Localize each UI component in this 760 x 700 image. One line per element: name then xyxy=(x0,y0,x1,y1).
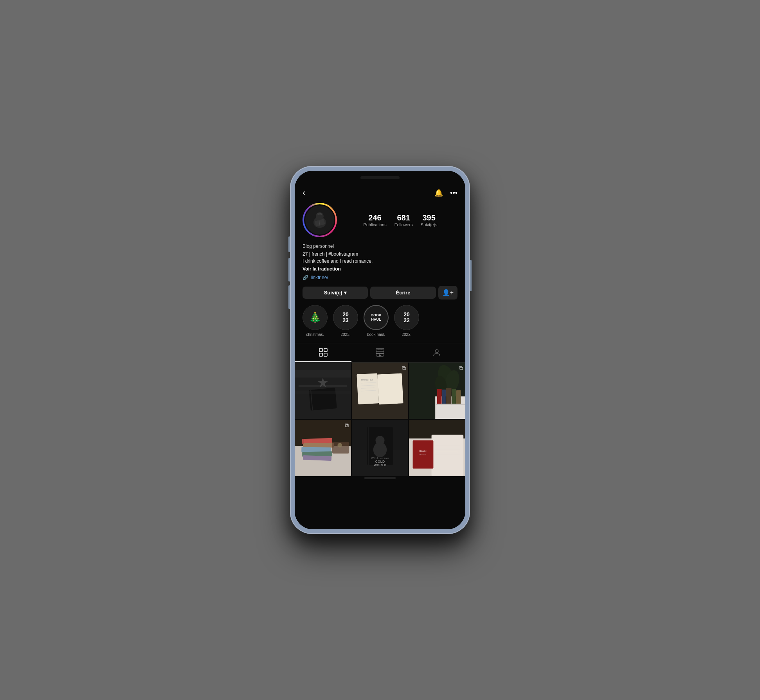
svg-rect-39 xyxy=(437,389,442,404)
photo-1-image xyxy=(295,363,351,419)
back-button[interactable]: ‹ xyxy=(303,188,305,198)
svg-rect-19 xyxy=(299,385,348,387)
mute-button xyxy=(288,236,290,252)
avatar-wrapper[interactable]: MIG xyxy=(303,203,337,237)
highlight-christmas[interactable]: 🎄 christmas. xyxy=(303,305,328,337)
photo-4-image xyxy=(295,420,351,476)
avatar-image: MIG xyxy=(307,207,332,233)
stats-row: 246 Publications 681 Followers 395 Suivi… xyxy=(343,213,457,227)
grid-icon xyxy=(319,348,328,357)
tagged-icon xyxy=(432,348,441,357)
publications-stat[interactable]: 246 Publications xyxy=(363,213,386,227)
publications-count: 246 xyxy=(363,213,386,222)
highlight-circle-bookhaul: BOOKHAUL xyxy=(364,305,389,330)
svg-rect-28 xyxy=(377,373,403,404)
svg-rect-43 xyxy=(456,390,461,404)
svg-rect-8 xyxy=(319,353,322,356)
grid-item-4[interactable]: ⧉ xyxy=(295,420,351,476)
message-label: Écrire xyxy=(396,290,411,296)
phone-screen: ‹ 🔔 ••• xyxy=(295,171,465,529)
multi-indicator-2: ⧉ xyxy=(402,365,406,372)
link-text: linktr.ee/ xyxy=(311,275,328,280)
highlight-circle-christmas: 🎄 xyxy=(303,305,328,330)
svg-rect-42 xyxy=(452,389,456,404)
following-stat[interactable]: 395 Suivi(e)s xyxy=(421,213,438,227)
followers-count: 681 xyxy=(394,213,413,222)
follow-chevron: ▾ xyxy=(344,290,347,296)
screen-content[interactable]: ‹ 🔔 ••• xyxy=(295,171,465,529)
following-label: Suivi(e)s xyxy=(421,222,438,227)
svg-point-60 xyxy=(373,442,387,457)
following-count: 395 xyxy=(421,213,438,222)
svg-rect-40 xyxy=(442,390,446,404)
svg-rect-41 xyxy=(446,388,451,404)
highlight-label-2023: 2023. xyxy=(340,332,350,337)
home-indicator xyxy=(364,477,396,479)
link-icon: 🔗 xyxy=(303,275,308,280)
highlights-row: 🎄 christmas. 2023 2023. BOOKHAUL book ha… xyxy=(295,305,465,343)
volume-down-button xyxy=(288,285,290,309)
svg-text:MIG: MIG xyxy=(317,213,322,215)
tab-grid[interactable] xyxy=(295,343,351,362)
highlight-icon-2022: 2022 xyxy=(403,312,410,324)
avatar: MIG xyxy=(304,204,335,236)
svg-point-13 xyxy=(377,349,378,350)
tab-reels[interactable] xyxy=(351,343,408,362)
notification-icon[interactable]: 🔔 xyxy=(434,189,443,197)
grid-item-1[interactable] xyxy=(295,363,351,419)
message-button[interactable]: Écrire xyxy=(370,287,436,299)
svg-rect-12 xyxy=(376,353,384,354)
svg-text:Romance: Romance xyxy=(420,454,426,456)
add-contact-button[interactable]: 👤+ xyxy=(438,286,457,299)
header-actions: 🔔 ••• xyxy=(434,189,457,197)
svg-text:I Holiday: I Holiday xyxy=(419,450,427,452)
photo-6-image: I Holiday Romance xyxy=(409,420,465,476)
bio-link[interactable]: 🔗 linktr.ee/ xyxy=(303,275,457,280)
avatar-ring: MIG xyxy=(303,203,337,237)
publications-label: Publications xyxy=(363,222,386,227)
highlight-2023[interactable]: 2023 2023. xyxy=(333,305,358,337)
bio-type: Blog personnel xyxy=(303,244,457,249)
bio-translate[interactable]: Voir la traduction xyxy=(303,266,457,272)
svg-rect-11 xyxy=(376,351,384,352)
highlight-label-christmas: christmas. xyxy=(306,332,324,337)
photo-grid: ⧉ Twenty Four xyxy=(295,363,465,476)
grid-item-2[interactable]: ⧉ Twenty Four xyxy=(352,363,408,419)
svg-rect-9 xyxy=(324,353,327,356)
svg-rect-44 xyxy=(435,404,465,405)
highlight-2022[interactable]: 2022 2022. xyxy=(394,305,419,337)
followers-stat[interactable]: 681 Followers xyxy=(394,213,413,227)
phone-frame: ‹ 🔔 ••• xyxy=(290,166,470,534)
highlight-bookhaul[interactable]: BOOKHAUL book haul. xyxy=(364,305,389,337)
grid-item-6[interactable]: I Holiday Romance xyxy=(409,420,465,476)
highlight-circle-2023: 2023 xyxy=(333,305,358,330)
reels-icon xyxy=(376,348,384,357)
followers-label: Followers xyxy=(394,222,413,227)
power-button xyxy=(470,260,472,291)
svg-point-14 xyxy=(379,349,380,350)
tab-tagged[interactable] xyxy=(409,343,465,362)
add-contact-icon: 👤+ xyxy=(442,289,454,296)
svg-text:WORLD: WORLD xyxy=(374,463,387,467)
profile-info-row: MIG 246 Publications 681 F xyxy=(303,203,457,237)
svg-rect-27 xyxy=(357,373,379,404)
multi-indicator-4: ⧉ xyxy=(345,422,349,429)
svg-text:With Love from: With Love from xyxy=(371,457,389,460)
svg-rect-58 xyxy=(368,427,369,465)
multi-indicator-3: ⧉ xyxy=(459,365,463,372)
follow-label: Suivi(e) xyxy=(324,290,342,296)
svg-rect-7 xyxy=(324,348,327,352)
grid-item-5[interactable]: With Love from COLD WORLD xyxy=(352,420,408,476)
bio-line1: 27 | french | #bookstagram xyxy=(303,251,358,257)
svg-text:Twenty Four: Twenty Four xyxy=(361,379,373,381)
follow-button[interactable]: Suivi(e) ▾ xyxy=(303,287,368,299)
tab-bar xyxy=(295,343,465,363)
action-buttons: Suivi(e) ▾ Écrire 👤+ xyxy=(303,286,457,299)
highlight-label-bookhaul: book haul. xyxy=(367,332,385,337)
photo-3-image xyxy=(409,363,465,419)
grid-item-3[interactable]: ⧉ xyxy=(409,363,465,419)
highlight-icon-2023: 2023 xyxy=(342,312,349,324)
more-options-icon[interactable]: ••• xyxy=(450,189,457,197)
photo-2-image: Twenty Four xyxy=(352,363,408,419)
svg-point-15 xyxy=(381,349,382,350)
